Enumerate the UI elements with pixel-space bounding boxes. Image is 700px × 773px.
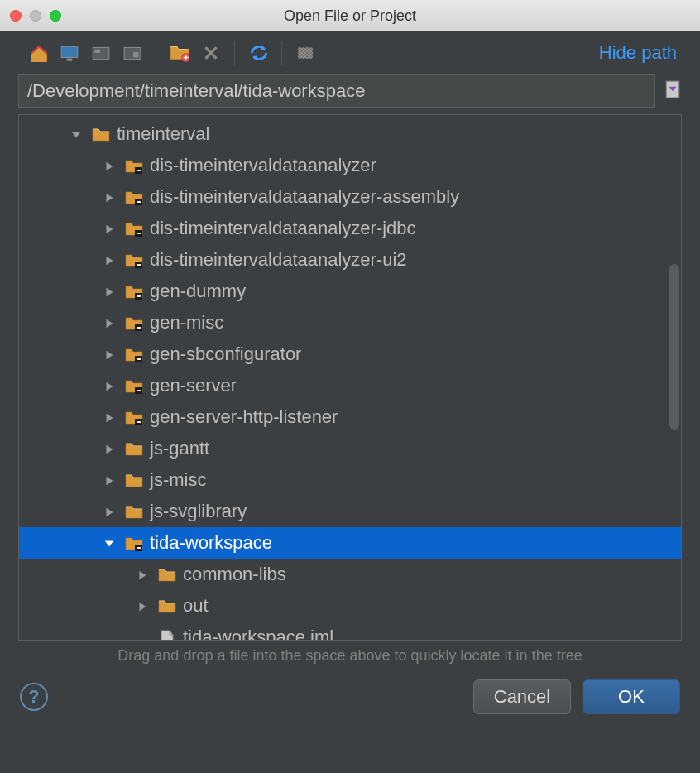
chevron-right-icon[interactable] [102, 190, 117, 204]
dialog-buttons: ? Cancel OK [0, 675, 700, 727]
tree-item-label: dis-timeintervaldataanalyzer-assembly [150, 186, 459, 208]
project-icon[interactable] [91, 43, 111, 63]
tree-row[interactable]: tida-workspace [19, 527, 681, 559]
tree-item-label: js-gantt [150, 438, 209, 459]
module-folder-icon [125, 157, 143, 174]
module-folder-icon [125, 189, 143, 205]
folder-icon [158, 566, 176, 583]
tree-item-label: dis-timeintervaldataanalyzer-jdbc [150, 218, 416, 239]
folder-icon [125, 472, 143, 488]
chevron-down-icon[interactable] [102, 535, 117, 550]
tree-row[interactable]: gen-dummy [19, 276, 681, 307]
module-folder-icon [125, 377, 143, 394]
tree-item-label: dis-timeintervaldataanalyzer-ui2 [150, 249, 407, 271]
help-button[interactable]: ? [20, 683, 48, 711]
refresh-icon[interactable] [248, 43, 268, 63]
separator [281, 41, 282, 65]
tree-row[interactable]: js-gantt [19, 433, 681, 464]
module-icon[interactable] [122, 43, 142, 63]
hide-path-link[interactable]: Hide path [599, 42, 677, 64]
chevron-right-icon[interactable] [102, 504, 117, 519]
tree-row[interactable]: gen-server [19, 370, 681, 401]
chevron-right-icon[interactable] [102, 347, 117, 362]
chevron-right-icon[interactable] [135, 567, 150, 582]
tree-item-label: timeinterval [117, 123, 209, 145]
path-row [0, 74, 700, 114]
tree-row[interactable]: dis-timeintervaldataanalyzer-jdbc [19, 213, 681, 244]
drop-hint: Drag and drop a file into the space abov… [0, 641, 700, 675]
tree-item-label: out [183, 595, 209, 617]
chevron-right-icon[interactable] [102, 315, 117, 330]
tree-item-label: js-misc [150, 469, 206, 491]
tree-item-label: dis-timeintervaldataanalyzer [150, 155, 376, 176]
module-folder-icon [125, 409, 143, 425]
home-icon[interactable] [28, 43, 48, 63]
chevron-right-icon[interactable] [135, 598, 150, 613]
chevron-right-icon[interactable] [102, 252, 117, 267]
separator [156, 41, 156, 65]
toolbar: Hide path [0, 31, 700, 74]
cancel-button[interactable]: Cancel [473, 679, 571, 714]
module-folder-icon [125, 314, 143, 331]
dialog-title: Open File or Project [0, 7, 700, 25]
ok-button[interactable]: OK [583, 679, 680, 714]
folder-icon [125, 503, 143, 520]
close-window-button[interactable] [10, 10, 22, 22]
tree-item-label: tida-workspace [150, 532, 272, 554]
chevron-right-icon[interactable] [102, 410, 117, 425]
tree-row[interactable]: tida-workspace.iml [19, 622, 681, 641]
file-icon [158, 629, 176, 641]
tree-item-label: tida-workspace.iml [183, 627, 333, 641]
scrollbar-thumb[interactable] [669, 264, 679, 430]
folder-icon [158, 598, 176, 614]
tree-row[interactable]: timeinterval [19, 118, 681, 150]
tree-item-label: gen-misc [150, 312, 223, 334]
tree-item-label: gen-dummy [150, 281, 246, 302]
history-dropdown-icon[interactable] [664, 79, 682, 103]
desktop-icon[interactable] [60, 43, 79, 63]
tree-item-label: gen-server [150, 375, 237, 396]
tree-item-label: gen-sbconfigurator [150, 343, 301, 365]
no-disclosure [135, 630, 150, 641]
file-tree[interactable]: timeintervaldis-timeintervaldataanalyzer… [18, 114, 682, 641]
folder-icon [125, 440, 143, 457]
tree-row[interactable]: js-misc [19, 464, 681, 496]
chevron-right-icon[interactable] [102, 284, 117, 299]
show-hidden-icon[interactable] [295, 43, 315, 63]
path-input[interactable] [18, 74, 655, 108]
tree-row[interactable]: dis-timeintervaldataanalyzer-ui2 [19, 244, 681, 276]
tree-row[interactable]: dis-timeintervaldataanalyzer-assembly [19, 181, 681, 213]
separator [234, 41, 235, 65]
tree-row[interactable]: gen-sbconfigurator [19, 338, 681, 370]
chevron-right-icon[interactable] [102, 441, 117, 456]
module-folder-icon [125, 346, 143, 362]
chevron-right-icon[interactable] [102, 221, 117, 236]
tree-item-label: common-libs [183, 564, 286, 585]
folder-icon [92, 126, 110, 142]
tree-row[interactable]: js-svglibrary [19, 496, 681, 527]
zoom-window-button[interactable] [50, 10, 61, 22]
chevron-down-icon[interactable] [69, 127, 84, 142]
window-controls [10, 10, 61, 22]
tree-row[interactable]: gen-server-http-listener [19, 401, 681, 433]
new-folder-icon[interactable] [170, 43, 189, 63]
titlebar: Open File or Project [0, 0, 700, 31]
tree-item-label: gen-server-http-listener [150, 406, 338, 428]
tree-row[interactable]: gen-misc [19, 307, 681, 338]
module-folder-icon [125, 220, 143, 237]
tree-row[interactable]: common-libs [19, 559, 681, 590]
chevron-right-icon[interactable] [102, 158, 117, 173]
chevron-right-icon[interactable] [102, 378, 117, 393]
module-folder-icon [125, 535, 143, 551]
delete-icon[interactable] [201, 43, 221, 63]
minimize-window-button[interactable] [30, 10, 41, 22]
tree-row[interactable]: dis-timeintervaldataanalyzer [19, 150, 681, 181]
module-folder-icon [125, 252, 143, 268]
chevron-right-icon[interactable] [102, 473, 117, 487]
tree-item-label: js-svglibrary [150, 501, 247, 522]
tree-row[interactable]: out [19, 590, 681, 622]
module-folder-icon [125, 283, 143, 300]
